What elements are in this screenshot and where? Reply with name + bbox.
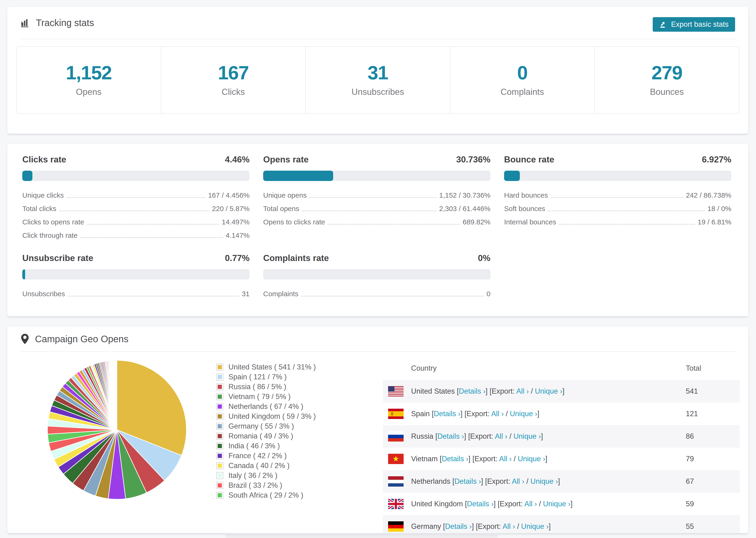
rate-detail-row: Internal bounces19 / 6.81% bbox=[504, 215, 731, 229]
country-cell: Germany [Details ›] [Export: All › / Uni… bbox=[411, 522, 686, 531]
rate-progress-fill bbox=[504, 171, 520, 181]
bar-chart-icon bbox=[21, 18, 30, 28]
export-unique-link[interactable]: Unique › bbox=[530, 477, 558, 485]
stat-value: 1,152 bbox=[66, 63, 112, 82]
country-flag bbox=[383, 521, 411, 532]
legend-label: Russia ( 86 / 5% ) bbox=[229, 383, 286, 391]
export-unique-link[interactable]: Unique › bbox=[521, 522, 549, 530]
rate-title: Unsubscribe rate bbox=[22, 253, 93, 263]
details-link[interactable]: Details › bbox=[467, 500, 494, 508]
rate-detail-row: Unsubscribes31 bbox=[22, 287, 249, 300]
dotted-leader bbox=[68, 296, 239, 296]
export-all-link[interactable]: All › bbox=[524, 500, 537, 508]
country-total: 86 bbox=[686, 432, 740, 441]
export-icon bbox=[659, 21, 667, 28]
page-bottom-shadow bbox=[225, 533, 498, 538]
geo-opens-pie-chart[interactable] bbox=[46, 359, 188, 500]
export-all-link[interactable]: All › bbox=[491, 409, 504, 418]
rate-section-bounce-rate: Bounce rate6.927%Hard bounces242 / 86.73… bbox=[504, 155, 731, 242]
details-link[interactable]: Details › bbox=[434, 409, 460, 418]
export-all-link[interactable]: All › bbox=[512, 477, 524, 485]
country-flag bbox=[383, 476, 411, 487]
legend-item: Italy ( 36 / 2% ) bbox=[216, 471, 316, 480]
legend-item: Germany ( 55 / 3% ) bbox=[216, 421, 316, 431]
legend-item: United Kingdom ( 59 / 3% ) bbox=[216, 411, 316, 421]
rate-progress-fill bbox=[263, 171, 333, 181]
export-unique-link[interactable]: Unique › bbox=[518, 455, 545, 463]
legend-label: South Africa ( 29 / 2% ) bbox=[229, 491, 303, 500]
rate-row-value: 1,152 / 30.736% bbox=[439, 191, 490, 199]
table-body: United States [Details ›] [Export: All ›… bbox=[383, 380, 740, 533]
export-basic-stats-button[interactable]: Export basic stats bbox=[653, 17, 735, 32]
stat-cell-opens: 1,152Opens bbox=[17, 47, 161, 113]
export-all-link[interactable]: All › bbox=[516, 387, 529, 395]
legend-item: Vietnam ( 79 / 5% ) bbox=[216, 392, 316, 402]
legend-swatch bbox=[216, 393, 223, 400]
details-link[interactable]: Details › bbox=[437, 432, 464, 440]
legend-swatch bbox=[216, 373, 223, 381]
rate-detail-row: Opens to clicks rate689.82% bbox=[263, 215, 490, 229]
legend-swatch bbox=[216, 452, 223, 459]
export-all-link[interactable]: All › bbox=[499, 455, 512, 463]
rate-row-value: 4.147% bbox=[226, 232, 249, 240]
legend-label: India ( 46 / 3% ) bbox=[229, 442, 280, 450]
header-divider bbox=[21, 39, 735, 39]
table-row-gb: United Kingdom [Details ›] [Export: All … bbox=[383, 493, 740, 515]
rate-row-label: Complaints bbox=[263, 290, 298, 298]
export-unique-link[interactable]: Unique › bbox=[510, 409, 537, 418]
rate-row-value: 242 / 86.738% bbox=[686, 191, 731, 199]
country-total: 541 bbox=[686, 387, 740, 396]
details-link[interactable]: Details › bbox=[459, 387, 486, 395]
rate-progress-track bbox=[504, 171, 731, 181]
export-all-link[interactable]: All › bbox=[495, 432, 507, 440]
country-cell: Vietnam [Details ›] [Export: All › / Uni… bbox=[411, 455, 686, 463]
rate-section-complaints-rate: Complaints rate0%Complaints0 bbox=[263, 253, 490, 300]
table-row-nl: Netherlands [Details ›] [Export: All › /… bbox=[383, 470, 740, 493]
legend-item: Brazil ( 33 / 2% ) bbox=[216, 480, 316, 490]
dotted-leader bbox=[87, 224, 219, 225]
country-cell: Russia [Details ›] [Export: All › / Uniq… bbox=[411, 432, 686, 441]
dotted-leader bbox=[302, 211, 436, 211]
export-all-link[interactable]: All › bbox=[503, 522, 515, 530]
rate-progress-track bbox=[22, 269, 249, 280]
dotted-leader bbox=[59, 211, 209, 211]
table-row-ru: Russia [Details ›] [Export: All › / Uniq… bbox=[383, 425, 740, 448]
page-title: Tracking stats bbox=[36, 18, 94, 28]
details-link[interactable]: Details › bbox=[442, 455, 468, 463]
geo-country-table: Country Total United States [Details ›] … bbox=[383, 356, 740, 533]
rate-title: Opens rate bbox=[263, 155, 308, 165]
legend-swatch bbox=[216, 443, 223, 450]
legend-swatch bbox=[216, 403, 223, 410]
rate-row-label: Internal bounces bbox=[504, 218, 556, 226]
rate-section-unsubscribe-rate: Unsubscribe rate0.77%Unsubscribes31 bbox=[22, 253, 249, 300]
stat-cell-unsubscribes: 31Unsubscribes bbox=[306, 47, 450, 113]
geo-title: Campaign Geo Opens bbox=[35, 334, 129, 344]
country-column-header: Country bbox=[411, 364, 686, 372]
stat-label: Clicks bbox=[222, 87, 245, 97]
de-flag-icon bbox=[388, 521, 404, 532]
details-link[interactable]: Details › bbox=[445, 522, 472, 530]
table-row-de: Germany [Details ›] [Export: All › / Uni… bbox=[383, 515, 740, 533]
es-flag-icon bbox=[388, 409, 404, 419]
rate-row-label: Unsubscribes bbox=[22, 290, 65, 298]
stat-cell-clicks: 167Clicks bbox=[161, 47, 306, 113]
rate-section-opens-rate: Opens rate30.736%Unique opens1,152 / 30.… bbox=[263, 155, 490, 242]
rate-value: 0% bbox=[478, 253, 490, 263]
export-unique-link[interactable]: Unique › bbox=[513, 432, 541, 440]
legend-swatch bbox=[216, 413, 223, 420]
export-unique-link[interactable]: Unique › bbox=[543, 500, 570, 508]
legend-swatch bbox=[216, 482, 223, 489]
export-unique-link[interactable]: Unique › bbox=[535, 387, 562, 395]
dotted-leader bbox=[328, 224, 460, 225]
details-link[interactable]: Details › bbox=[454, 477, 481, 485]
country-cell: Netherlands [Details ›] [Export: All › /… bbox=[411, 477, 686, 486]
legend-swatch bbox=[216, 383, 223, 390]
legend-item: Russia ( 86 / 5% ) bbox=[216, 382, 316, 392]
legend-swatch bbox=[216, 423, 223, 430]
tracking-stats-page: Tracking stats Export basic stats 1,152O… bbox=[0, 0, 756, 538]
legend-label: United States ( 541 / 31% ) bbox=[229, 363, 316, 371]
legend-item: Romania ( 49 / 3% ) bbox=[216, 431, 316, 441]
rate-progress-fill bbox=[22, 269, 25, 280]
stat-value: 167 bbox=[218, 63, 249, 82]
rate-row-label: Clicks to opens rate bbox=[22, 218, 84, 226]
